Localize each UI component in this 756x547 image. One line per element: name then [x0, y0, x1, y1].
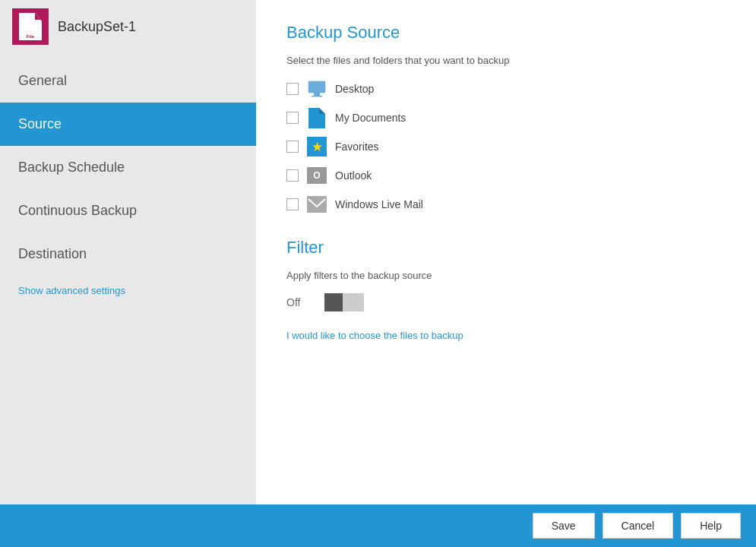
- checkbox-outlook[interactable]: [286, 169, 299, 182]
- outlook-icon: O: [306, 165, 327, 186]
- footer: Save Cancel Help: [0, 504, 756, 547]
- checkbox-my-documents[interactable]: [286, 112, 299, 124]
- outlook-label: Outlook: [335, 169, 372, 182]
- documents-icon: [306, 107, 327, 128]
- winlive-icon: [306, 194, 327, 215]
- filter-description: Apply filters to the backup source: [286, 270, 726, 281]
- backup-source-description: Select the files and folders that you wa…: [286, 55, 726, 66]
- svg-rect-0: [308, 81, 325, 93]
- svg-text:O: O: [313, 170, 320, 181]
- toggle-knob: [324, 293, 343, 311]
- filter-section: Filter Apply filters to the backup sourc…: [286, 238, 726, 342]
- favorites-label: Favorites: [335, 141, 379, 153]
- help-button[interactable]: Help: [681, 513, 741, 539]
- svg-marker-4: [319, 108, 325, 114]
- sidebar-item-continuous-backup[interactable]: Continuous Backup: [0, 189, 256, 232]
- source-item-favorites: ★ Favorites: [286, 136, 726, 157]
- checkbox-favorites[interactable]: [286, 141, 299, 153]
- main-content: Backup Source Select the files and folde…: [256, 0, 756, 504]
- filter-toggle-label: Off: [286, 296, 309, 308]
- desktop-label: Desktop: [335, 83, 374, 95]
- svg-rect-7: [307, 196, 327, 213]
- source-item-desktop: Desktop: [286, 78, 726, 100]
- source-item-outlook: O Outlook: [286, 165, 726, 186]
- show-advanced-settings-link[interactable]: Show advanced settings: [0, 276, 256, 311]
- app-icon-label: File: [21, 34, 40, 39]
- cancel-button[interactable]: Cancel: [603, 513, 674, 539]
- checkbox-desktop[interactable]: [286, 83, 299, 95]
- backup-source-title: Backup Source: [286, 23, 726, 43]
- sidebar: File BackupSet-1 General Source Backup S…: [0, 0, 256, 504]
- my-documents-label: My Documents: [335, 112, 406, 124]
- desktop-icon: [306, 78, 327, 100]
- app-title: BackupSet-1: [58, 19, 136, 35]
- sidebar-item-source[interactable]: Source: [0, 103, 256, 146]
- app-icon-inner: File: [19, 13, 42, 40]
- sidebar-item-backup-schedule[interactable]: Backup Schedule: [0, 146, 256, 189]
- save-button[interactable]: Save: [533, 513, 595, 539]
- checkbox-windows-live-mail[interactable]: [286, 198, 299, 210]
- svg-marker-3: [308, 108, 325, 128]
- backup-source-section: Backup Source Select the files and folde…: [286, 23, 726, 215]
- filter-toggle-row: Off: [286, 293, 726, 311]
- favorites-icon: ★: [306, 136, 327, 157]
- sidebar-nav: General Source Backup Schedule Continuou…: [0, 53, 256, 504]
- app-icon-fold: [35, 13, 42, 20]
- svg-rect-2: [312, 96, 322, 97]
- app-icon: File: [12, 8, 49, 45]
- choose-files-link[interactable]: I would like to choose the files to back…: [286, 330, 463, 341]
- sidebar-item-destination[interactable]: Destination: [0, 232, 256, 276]
- source-item-my-documents: My Documents: [286, 107, 726, 128]
- sidebar-item-general[interactable]: General: [0, 59, 256, 103]
- filter-toggle[interactable]: [324, 293, 364, 311]
- filter-title: Filter: [286, 238, 726, 258]
- sidebar-header: File BackupSet-1: [0, 0, 256, 53]
- svg-rect-1: [314, 93, 320, 96]
- windows-live-mail-label: Windows Live Mail: [335, 198, 423, 210]
- source-item-windows-live-mail: Windows Live Mail: [286, 194, 726, 215]
